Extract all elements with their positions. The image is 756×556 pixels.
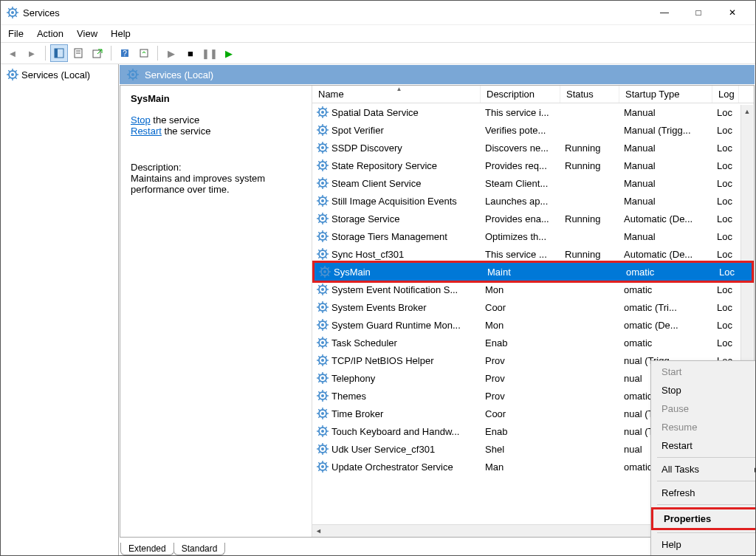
svg-rect-11 xyxy=(55,49,58,58)
cell-logon: Loc xyxy=(712,125,739,136)
menu-pause[interactable]: Pause xyxy=(651,399,755,418)
services-window: Services — □ ✕ File Action View Help ◄ ►… xyxy=(0,0,756,556)
gear-icon xyxy=(317,213,329,224)
start-service-button[interactable]: ▶ xyxy=(162,44,180,62)
cell-name: Themes xyxy=(312,390,481,402)
gear-icon xyxy=(317,124,329,136)
cell-logon: Loc xyxy=(712,320,739,331)
service-name-text: SysMain xyxy=(334,267,371,278)
cell-startup: Manual xyxy=(619,178,712,189)
service-row[interactable]: Steam Client ServiceSteam Client...Manua… xyxy=(312,174,754,192)
properties-button[interactable] xyxy=(69,44,87,62)
back-button[interactable]: ◄ xyxy=(4,44,21,62)
service-name-text: Still Image Acquisition Events xyxy=(331,196,457,207)
cell-description: Provides ena... xyxy=(481,213,560,224)
refresh-button[interactable] xyxy=(135,44,153,62)
service-name-text: System Event Notification S... xyxy=(331,284,458,295)
cell-status: Running xyxy=(560,249,619,260)
tree-item-label: Services (Local) xyxy=(21,69,90,80)
cell-description: Steam Client... xyxy=(481,178,560,189)
cell-logon: Loc xyxy=(712,143,739,154)
menu-properties[interactable]: Properties xyxy=(651,507,755,530)
sort-icon: ▲ xyxy=(396,86,402,92)
service-row[interactable]: Task SchedulerEnabomaticLoc xyxy=(312,334,754,351)
cell-startup: Manual (Trigg... xyxy=(619,125,712,136)
service-row[interactable]: Storage Tiers ManagementOptimizes th...M… xyxy=(312,227,754,245)
maximize-button[interactable]: □ xyxy=(681,1,715,24)
service-name-text: System Events Broker xyxy=(331,302,427,313)
service-name-text: SSDP Discovery xyxy=(331,143,402,154)
menu-all-tasks[interactable]: All Tasks▸ xyxy=(651,460,755,478)
scroll-up-icon[interactable]: ▲ xyxy=(741,105,753,117)
restart-service-button[interactable]: ▶ xyxy=(220,44,238,62)
cell-startup: omatic (De... xyxy=(619,320,712,331)
restart-service-link[interactable]: Restart xyxy=(131,126,162,137)
svg-rect-15 xyxy=(93,50,100,58)
gear-icon xyxy=(7,69,18,80)
cell-name: System Guard Runtime Mon... xyxy=(312,319,481,331)
pause-service-button[interactable]: ❚❚ xyxy=(201,44,219,62)
menu-refresh[interactable]: Refresh xyxy=(651,484,755,502)
service-name-text: Udk User Service_cf301 xyxy=(331,444,435,455)
cell-description: This service ... xyxy=(481,249,560,260)
service-name-text: Telephony xyxy=(331,373,375,384)
service-row[interactable]: Still Image Acquisition EventsLaunches a… xyxy=(312,192,754,210)
window-title: Services xyxy=(23,7,647,18)
column-status[interactable]: Status xyxy=(560,86,619,103)
menu-separator xyxy=(657,457,755,458)
service-row[interactable]: System Guard Runtime Mon...Monomatic (De… xyxy=(312,316,754,334)
tab-standard[interactable]: Standard xyxy=(173,543,226,555)
column-startup-type[interactable]: Startup Type xyxy=(619,86,712,103)
service-row[interactable]: System Events BrokerCooromatic (Tri...Lo… xyxy=(312,298,754,316)
show-hide-tree-button[interactable] xyxy=(50,44,68,62)
column-logon[interactable]: Log xyxy=(712,86,739,103)
gear-icon xyxy=(317,248,329,260)
menu-stop[interactable]: Stop xyxy=(651,381,755,399)
tree-item-services-local[interactable]: Services (Local) xyxy=(4,67,115,82)
help-button[interactable]: ? xyxy=(116,44,134,62)
cell-name: Storage Tiers Management xyxy=(312,230,481,242)
menu-action[interactable]: Action xyxy=(37,28,63,39)
service-row[interactable]: Spot VerifierVerifies pote...Manual (Tri… xyxy=(312,121,754,139)
menu-start[interactable]: Start xyxy=(651,363,755,381)
menu-file[interactable]: File xyxy=(8,28,24,39)
column-description[interactable]: Description xyxy=(481,86,560,103)
column-name[interactable]: Name▲ xyxy=(312,86,481,103)
tab-extended[interactable]: Extended xyxy=(120,543,174,555)
service-row[interactable]: State Repository ServiceProvides req...R… xyxy=(312,157,754,174)
cell-description: Coor xyxy=(481,302,560,313)
gear-icon xyxy=(317,301,329,313)
cell-name: Storage Service xyxy=(312,213,481,224)
export-button[interactable] xyxy=(89,44,106,62)
cell-description: Prov xyxy=(481,391,560,402)
forward-button[interactable]: ► xyxy=(23,44,41,62)
toolbar: ◄ ► ? ▶ ■ ❚❚ ▶ xyxy=(1,42,755,64)
service-row[interactable]: Storage ServiceProvides ena...RunningAut… xyxy=(312,210,754,227)
cell-startup: omatic xyxy=(619,284,712,295)
service-row[interactable]: System Event Notification S...MonomaticL… xyxy=(312,281,754,298)
menu-restart[interactable]: Restart xyxy=(651,436,755,455)
menu-separator xyxy=(657,532,755,533)
cell-startup: Manual xyxy=(619,196,712,207)
menu-resume[interactable]: Resume xyxy=(651,418,755,436)
minimize-button[interactable]: — xyxy=(647,1,681,24)
menu-help[interactable]: Help xyxy=(651,535,755,554)
cell-description: Mon xyxy=(481,320,560,331)
cell-name: Udk User Service_cf301 xyxy=(312,443,481,455)
cell-description: Launches ap... xyxy=(481,196,560,207)
service-row[interactable]: SSDP DiscoveryDiscovers ne...RunningManu… xyxy=(312,139,754,157)
service-row[interactable]: SysMainMaintomaticLoc xyxy=(312,261,754,283)
stop-service-link[interactable]: Stop xyxy=(131,114,151,126)
gear-icon xyxy=(317,319,329,331)
close-button[interactable]: ✕ xyxy=(715,1,749,24)
cell-status: Running xyxy=(560,143,619,154)
gear-icon xyxy=(317,177,329,189)
stop-service-button[interactable]: ■ xyxy=(182,44,199,62)
gear-icon xyxy=(127,69,139,80)
menu-view[interactable]: View xyxy=(77,28,97,39)
service-row[interactable]: Spatial Data ServiceThis service i...Man… xyxy=(312,103,754,121)
cell-startup: Automatic (De... xyxy=(619,249,712,260)
cell-description: Coor xyxy=(481,408,560,419)
scroll-left-icon[interactable]: ◄ xyxy=(312,525,325,538)
menu-help[interactable]: Help xyxy=(111,28,131,39)
